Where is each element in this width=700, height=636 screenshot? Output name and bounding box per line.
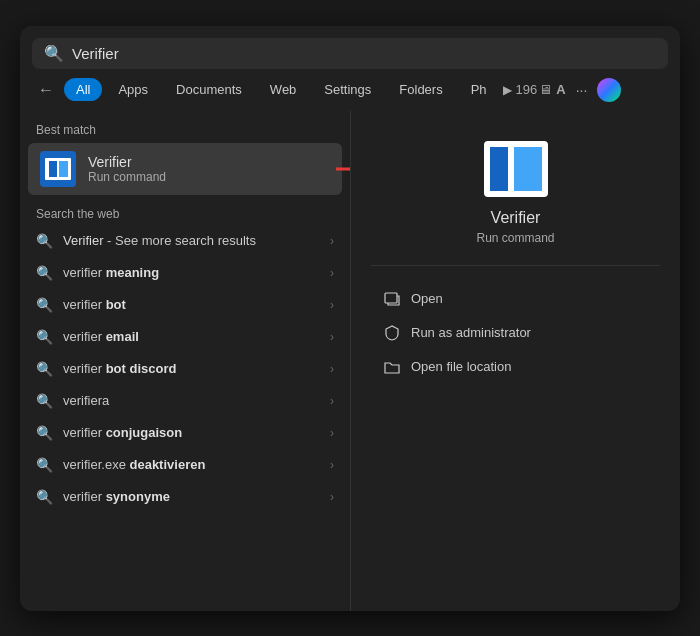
list-item[interactable]: 🔍 verifier conjugaison › xyxy=(20,417,350,449)
tab-settings[interactable]: Settings xyxy=(312,78,383,101)
left-panel: Best match Verifier Run command Search t… xyxy=(20,111,350,611)
result-text: verifier email xyxy=(63,329,320,344)
chevron-icon: › xyxy=(330,458,334,472)
icon-left-bar xyxy=(490,147,508,191)
search-icon: 🔍 xyxy=(36,297,53,313)
result-text: verifier.exe deaktivieren xyxy=(63,457,320,472)
result-text: verifiera xyxy=(63,393,320,408)
filter-tabs: ← All Apps Documents Web Settings Folder… xyxy=(20,77,680,111)
more-button[interactable]: ··· xyxy=(570,78,594,102)
open-action[interactable]: Open xyxy=(371,282,660,316)
run-as-admin-action[interactable]: Run as administrator xyxy=(371,316,660,350)
web-search-label: Search the web xyxy=(20,195,350,225)
right-panel: Verifier Run command Open xyxy=(350,111,680,611)
chevron-icon: › xyxy=(330,266,334,280)
app-icon-inner xyxy=(45,158,71,180)
chevron-icon: › xyxy=(330,490,334,504)
result-text: Verifier - See more search results xyxy=(63,233,320,248)
open-icon xyxy=(383,290,401,308)
action-list: Open Run as administrator xyxy=(371,282,660,384)
search-icon: 🔍 xyxy=(36,265,53,281)
chevron-icon: › xyxy=(330,362,334,376)
right-app-subtitle: Run command xyxy=(476,231,554,245)
chevron-icon: › xyxy=(330,298,334,312)
shield-icon xyxy=(383,324,401,342)
chevron-icon: › xyxy=(330,394,334,408)
count-display: 196 🖥 xyxy=(516,82,553,97)
play-button[interactable]: ▶ xyxy=(503,83,512,97)
open-label: Open xyxy=(411,291,443,306)
app-name: Verifier xyxy=(88,154,330,170)
search-bar-icon: 🔍 xyxy=(44,44,64,63)
right-app-name: Verifier xyxy=(491,209,541,227)
chevron-icon: › xyxy=(330,330,334,344)
back-button[interactable]: ← xyxy=(32,77,60,103)
result-text: verifier meaning xyxy=(63,265,320,280)
run-as-admin-label: Run as administrator xyxy=(411,325,531,340)
app-subtitle: Run command xyxy=(88,170,330,184)
divider xyxy=(371,265,660,266)
open-location-action[interactable]: Open file location xyxy=(371,350,660,384)
tab-all[interactable]: All xyxy=(64,78,102,101)
tab-folders[interactable]: Folders xyxy=(387,78,454,101)
best-match-label: Best match xyxy=(20,119,350,143)
list-item[interactable]: 🔍 verifier synonyme › xyxy=(20,481,350,513)
list-item[interactable]: 🔍 verifier bot discord › xyxy=(20,353,350,385)
search-icon: 🔍 xyxy=(36,457,53,473)
icon-right-bar xyxy=(514,147,542,191)
open-location-label: Open file location xyxy=(411,359,511,374)
content-area: Best match Verifier Run command Search t… xyxy=(20,111,680,611)
list-item[interactable]: 🔍 verifier meaning › xyxy=(20,257,350,289)
best-match-text: Verifier Run command xyxy=(88,154,330,184)
tab-web[interactable]: Web xyxy=(258,78,309,101)
app-icon xyxy=(40,151,76,187)
chevron-icon: › xyxy=(330,426,334,440)
red-arrow xyxy=(336,153,350,185)
search-icon: 🔍 xyxy=(36,233,53,249)
search-window: 🔍 ← All Apps Documents Web Settings Fold… xyxy=(20,26,680,611)
list-item[interactable]: 🔍 verifier email › xyxy=(20,321,350,353)
search-icon: 🔍 xyxy=(36,329,53,345)
search-icon: 🔍 xyxy=(36,393,53,409)
letter-display: A xyxy=(556,82,565,97)
best-match-item[interactable]: Verifier Run command xyxy=(28,143,342,195)
list-item[interactable]: 🔍 verifier bot › xyxy=(20,289,350,321)
result-text: verifier bot xyxy=(63,297,320,312)
tab-apps[interactable]: Apps xyxy=(106,78,160,101)
result-text: verifier conjugaison xyxy=(63,425,320,440)
folder-icon xyxy=(383,358,401,376)
list-item[interactable]: 🔍 verifiera › xyxy=(20,385,350,417)
list-item[interactable]: 🔍 Verifier - See more search results › xyxy=(20,225,350,257)
app-big-icon xyxy=(484,141,548,197)
list-item[interactable]: 🔍 verifier.exe deaktivieren › xyxy=(20,449,350,481)
search-icon: 🔍 xyxy=(36,425,53,441)
search-bar: 🔍 xyxy=(32,38,668,69)
result-text: verifier synonyme xyxy=(63,489,320,504)
tab-ph[interactable]: Ph xyxy=(459,78,499,101)
search-input[interactable] xyxy=(72,45,656,62)
tab-documents[interactable]: Documents xyxy=(164,78,254,101)
svg-rect-2 xyxy=(385,293,397,303)
colorful-icon xyxy=(597,78,621,102)
search-icon: 🔍 xyxy=(36,489,53,505)
search-icon: 🔍 xyxy=(36,361,53,377)
chevron-icon: › xyxy=(330,234,334,248)
result-text: verifier bot discord xyxy=(63,361,320,376)
